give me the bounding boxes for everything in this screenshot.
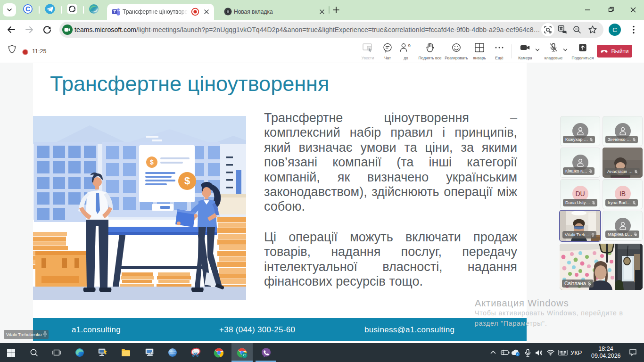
svg-text:C: C — [25, 5, 30, 13]
svg-text:9: 9 — [408, 43, 411, 48]
svg-text:$: $ — [184, 175, 190, 187]
svg-text:i: i — [517, 353, 518, 356]
svg-text:$: $ — [150, 158, 154, 166]
svg-text:C: C — [243, 353, 246, 357]
